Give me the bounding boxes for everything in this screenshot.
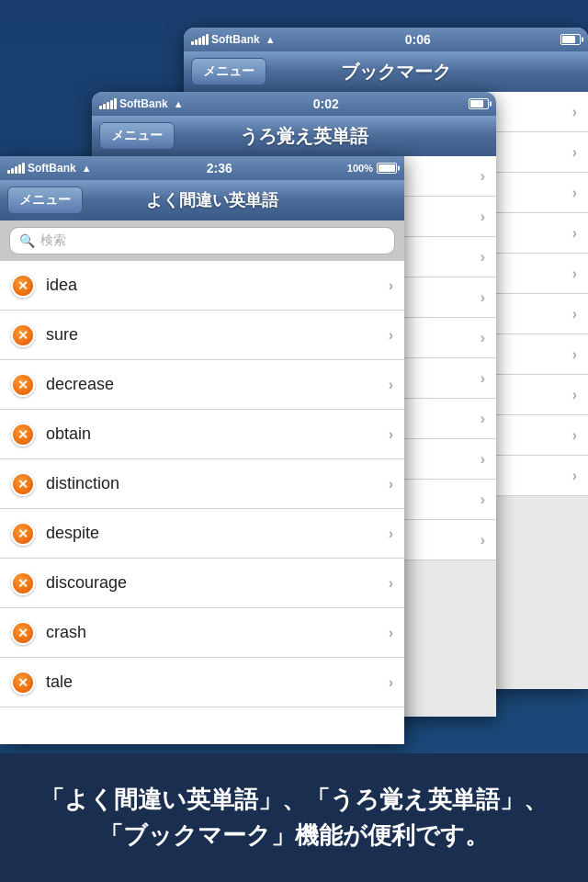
chevron-icon: › — [389, 674, 393, 691]
word-text: sure — [46, 325, 378, 345]
wifi-icon-bookmarks: ▲ — [266, 34, 276, 45]
battery-icon-vague — [469, 98, 489, 109]
word-text: crash — [46, 623, 378, 642]
word-text: decrease — [46, 375, 378, 394]
battery-icon-bookmarks — [560, 34, 581, 45]
battery-mistakes: 100% — [347, 163, 397, 174]
chevron-icon: › — [389, 625, 393, 641]
battery-bookmarks — [560, 34, 581, 45]
delete-icon[interactable]: ✕ — [11, 671, 35, 695]
word-list-item[interactable]: ✕crash› — [0, 608, 404, 658]
carrier-name-vague: SoftBank — [119, 97, 168, 110]
delete-icon[interactable]: ✕ — [11, 373, 35, 397]
search-placeholder: 検索 — [40, 232, 66, 249]
word-text: despite — [46, 524, 378, 543]
word-list-item[interactable]: ✕sure› — [0, 311, 404, 360]
word-list-item[interactable]: ✕tale› — [0, 658, 404, 707]
nav-bar-vague: メニュー うろ覚え英単語 — [92, 116, 496, 156]
signal-icon-mistakes — [7, 163, 25, 174]
delete-icon[interactable]: ✕ — [11, 323, 35, 347]
signal-icon — [191, 34, 209, 45]
chevron-icon: › — [389, 277, 393, 294]
delete-icon[interactable]: ✕ — [11, 423, 35, 447]
word-text: discourage — [46, 573, 378, 593]
carrier-vague: SoftBank ▲ — [99, 97, 184, 110]
chevron-icon: › — [389, 426, 393, 443]
status-bar-bookmarks: SoftBank ▲ 0:06 — [184, 28, 588, 51]
word-list-item[interactable]: ✕distinction› — [0, 459, 404, 509]
window-mistakes: SoftBank ▲ 2:36 100% メニュー よく間違い英単語 🔍 検索 … — [0, 156, 404, 744]
status-bar-vague: SoftBank ▲ 0:02 — [92, 92, 496, 116]
chevron-icon: › — [389, 327, 393, 344]
chevron-icon: › — [389, 526, 393, 542]
caption-text: 「よく間違い英単語」、「うろ覚え英単語」、「ブックマーク」機能が便利です。 — [40, 782, 548, 854]
wifi-icon-vague: ▲ — [174, 98, 184, 109]
nav-bar-bookmarks: メニュー ブックマーク — [184, 51, 588, 92]
carrier-name-bookmarks: SoftBank — [211, 33, 260, 46]
carrier-mistakes: SoftBank ▲ — [7, 162, 92, 175]
nav-title-mistakes: よく間違い英単語 — [90, 189, 334, 211]
carrier-name-mistakes: SoftBank — [28, 162, 76, 175]
word-list-item[interactable]: ✕decrease› — [0, 360, 404, 410]
delete-icon[interactable]: ✕ — [11, 621, 35, 645]
battery-icon-mistakes — [377, 163, 397, 174]
word-list-item[interactable]: ✕discourage› — [0, 559, 404, 608]
nav-title-bookmarks: ブックマーク — [274, 60, 518, 85]
delete-icon[interactable]: ✕ — [11, 274, 35, 298]
chevron-icon: › — [389, 377, 393, 393]
battery-pct-mistakes: 100% — [347, 163, 373, 174]
delete-icon[interactable]: ✕ — [11, 472, 35, 496]
carrier-bookmarks: SoftBank ▲ — [191, 33, 276, 46]
search-bar: 🔍 検索 — [0, 220, 404, 261]
nav-bar-mistakes: メニュー よく間違い英単語 — [0, 180, 404, 220]
chevron-icon: › — [389, 575, 393, 592]
signal-icon-vague — [99, 98, 117, 109]
word-text: distinction — [46, 474, 378, 493]
word-text: obtain — [46, 424, 378, 444]
back-button-bookmarks[interactable]: メニュー — [191, 58, 266, 85]
search-field[interactable]: 🔍 検索 — [9, 227, 395, 254]
mistakes-word-list: ✕idea›✕sure›✕decrease›✕obtain›✕distincti… — [0, 261, 404, 707]
word-list-item[interactable]: ✕idea› — [0, 261, 404, 311]
wifi-icon-mistakes: ▲ — [82, 163, 92, 174]
word-list-item[interactable]: ✕obtain› — [0, 410, 404, 459]
delete-icon[interactable]: ✕ — [11, 522, 35, 546]
time-bookmarks: 0:06 — [405, 32, 431, 47]
search-icon: 🔍 — [19, 233, 35, 248]
word-text: tale — [46, 673, 378, 692]
nav-title-vague: うろ覚え英単語 — [182, 124, 426, 149]
back-button-mistakes[interactable]: メニュー — [7, 187, 83, 214]
bottom-caption: 「よく間違い英単語」、「うろ覚え英単語」、「ブックマーク」機能が便利です。 — [0, 753, 588, 882]
word-text: idea — [46, 276, 378, 295]
time-vague: 0:02 — [313, 96, 339, 111]
status-bar-mistakes: SoftBank ▲ 2:36 100% — [0, 156, 404, 180]
time-mistakes: 2:36 — [207, 161, 232, 175]
chevron-icon: › — [389, 476, 393, 492]
word-list-item[interactable]: ✕despite› — [0, 509, 404, 559]
back-button-vague[interactable]: メニュー — [99, 122, 175, 150]
delete-icon[interactable]: ✕ — [11, 571, 35, 595]
battery-vague — [469, 98, 489, 109]
